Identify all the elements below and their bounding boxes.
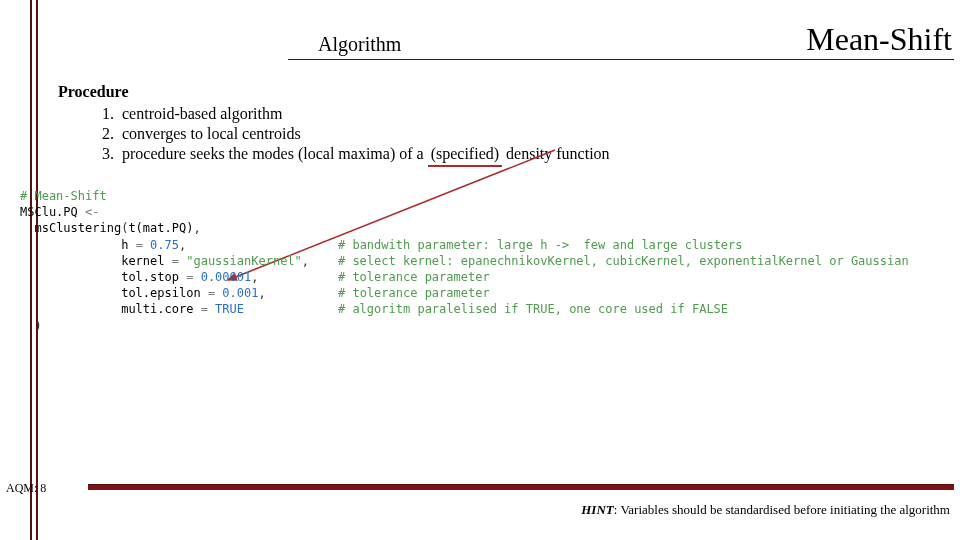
code-block: # Mean-Shift MSClu.PQ <- msClustering(t(… — [20, 188, 954, 334]
procedure-heading: Procedure — [58, 82, 960, 102]
hint-text: : Variables should be standardised befor… — [614, 502, 950, 517]
content-area: Procedure centroid-based algorithm conve… — [50, 72, 960, 167]
list-item: procedure seeks the modes (local maxima)… — [118, 144, 960, 167]
slide-number: AQM: 8 — [6, 481, 46, 496]
header-underline — [288, 59, 954, 60]
highlight-specified: (specified) — [428, 144, 502, 167]
procedure-list: centroid-based algorithm converges to lo… — [58, 104, 960, 167]
footer-hint: HINT: Variables should be standardised b… — [581, 502, 950, 518]
hint-label: HINT — [581, 502, 614, 517]
footer-divider — [88, 484, 954, 490]
algorithm-label: Algorithm — [318, 33, 401, 56]
page-title: Mean-Shift — [806, 21, 952, 58]
list-item: converges to local centroids — [118, 124, 960, 144]
list-item: centroid-based algorithm — [118, 104, 960, 124]
slide-header: Algorithm Mean-Shift — [50, 0, 960, 72]
